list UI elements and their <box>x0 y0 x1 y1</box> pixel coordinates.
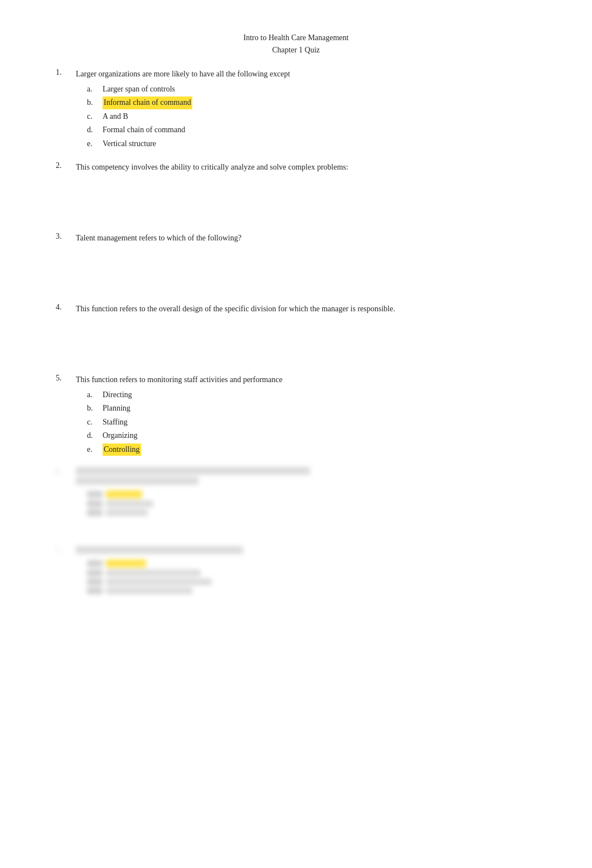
answer-item-1e: e. Vertical structure <box>87 138 536 150</box>
answer-letter-5d: d. <box>87 430 103 442</box>
question-num-3: 3. <box>56 232 76 244</box>
answer-item-5e: e. Controlling <box>87 443 536 456</box>
question-text-4: This function refers to the overall desi… <box>76 303 536 315</box>
spacer-3 <box>56 247 536 292</box>
answer-letter-5b: b. <box>87 402 103 414</box>
question-text-5: This function refers to monitoring staff… <box>76 374 536 385</box>
answer-letter-1c: c. <box>87 110 103 123</box>
header-subtitle: Chapter 1 Quiz <box>56 46 536 55</box>
answer-text-1b: Informal chain of command <box>103 97 192 109</box>
answer-text-5a: Directing <box>103 389 132 401</box>
answer-letter-5e: e. <box>87 443 103 456</box>
question-num-1: 1. <box>56 68 76 80</box>
answer-text-5c: Staffing <box>103 416 128 428</box>
spacer-2 <box>56 176 536 221</box>
answer-letter-1a: a. <box>87 83 103 95</box>
answer-letter-1d: d. <box>87 124 103 136</box>
answer-text-1c: A and B <box>103 110 128 123</box>
answer-item-1a: a. Larger span of controls <box>87 83 536 95</box>
blurred-section: 6. <box>56 467 536 594</box>
question-num-4: 4. <box>56 303 76 315</box>
question-text-1: Larger organizations are more likely to … <box>76 68 536 80</box>
question-text-3: Talent management refers to which of the… <box>76 232 536 244</box>
blurred-question-7: 7. <box>56 546 536 594</box>
answer-list-1: a. Larger span of controls b. Informal c… <box>87 83 536 150</box>
question-item-2: 2. This competency involves the ability … <box>56 161 536 221</box>
answer-text-5e: Controlling <box>103 443 141 456</box>
answer-text-1a: Larger span of controls <box>103 83 175 95</box>
answer-text-1e: Vertical structure <box>103 138 156 150</box>
question-list: 1. Larger organizations are more likely … <box>56 68 536 456</box>
answer-item-5c: c. Staffing <box>87 416 536 428</box>
blurred-question-6: 6. <box>56 467 536 535</box>
blurred-answers-7 <box>87 560 536 594</box>
answer-item-1b: b. Informal chain of command <box>87 97 536 109</box>
question-text-2: This competency involves the ability to … <box>76 161 536 173</box>
blurred-answers-6 <box>87 490 536 516</box>
header-title: Intro to Health Care Management <box>56 33 536 42</box>
answer-item-1d: d. Formal chain of command <box>87 124 536 136</box>
answer-item-5b: b. Planning <box>87 402 536 414</box>
question-item-3: 3. Talent management refers to which of … <box>56 232 536 292</box>
answer-letter-5a: a. <box>87 389 103 401</box>
question-item-4: 4. This function refers to the overall d… <box>56 303 536 363</box>
answer-text-1d: Formal chain of command <box>103 124 185 136</box>
answer-item-5d: d. Organizing <box>87 430 536 442</box>
question-num-2: 2. <box>56 161 76 173</box>
spacer-4 <box>56 318 536 363</box>
answer-letter-5c: c. <box>87 416 103 428</box>
answer-letter-1e: e. <box>87 138 103 150</box>
question-item-5: 5. This function refers to monitoring st… <box>56 374 536 456</box>
page: Intro to Health Care Management Chapter … <box>0 0 592 868</box>
answer-item-5a: a. Directing <box>87 389 536 401</box>
answer-item-1c: c. A and B <box>87 110 536 123</box>
header: Intro to Health Care Management Chapter … <box>56 33 536 55</box>
question-item-1: 1. Larger organizations are more likely … <box>56 68 536 150</box>
answer-text-5d: Organizing <box>103 430 138 442</box>
answer-letter-1b: b. <box>87 97 103 109</box>
answer-list-5: a. Directing b. Planning c. Staffing d. … <box>87 389 536 456</box>
answer-text-5b: Planning <box>103 402 130 414</box>
question-num-5: 5. <box>56 374 76 385</box>
